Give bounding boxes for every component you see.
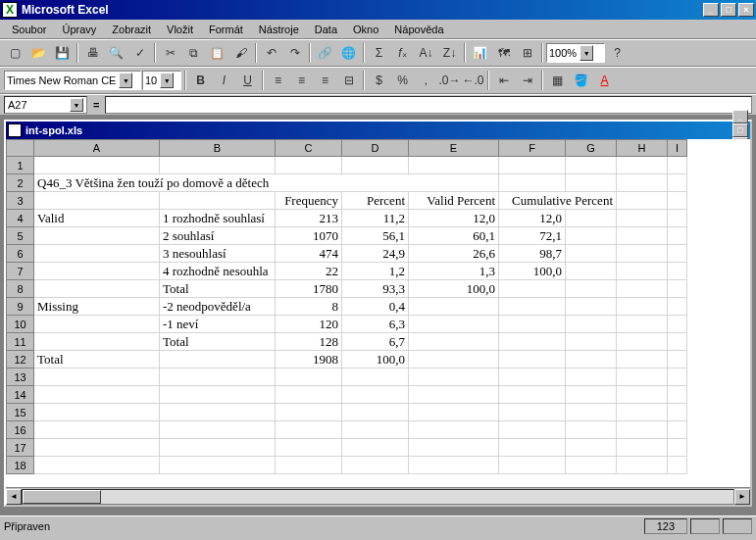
web-toolbar-icon[interactable]: 🌐 — [337, 42, 360, 64]
cell-C8[interactable]: 1780 — [276, 280, 342, 298]
cell-B18[interactable] — [160, 457, 276, 474]
cell-A14[interactable] — [34, 386, 160, 404]
sort-desc-icon[interactable]: Z↓ — [438, 42, 461, 64]
currency-icon[interactable]: $ — [368, 70, 390, 91]
cell-G12[interactable] — [566, 351, 617, 368]
menu-vlozit[interactable]: Vložit — [159, 22, 201, 37]
cell-A11[interactable] — [34, 333, 160, 351]
cell-F5[interactable]: 72,1 — [499, 227, 566, 245]
horizontal-scrollbar[interactable] — [22, 489, 734, 505]
scroll-thumb[interactable] — [23, 490, 101, 504]
cell-G10[interactable] — [566, 316, 617, 333]
cell-G6[interactable] — [566, 245, 617, 263]
font-combo[interactable]: Times New Roman CE▼ — [4, 71, 141, 90]
cell-B3[interactable] — [160, 192, 276, 210]
cell-D14[interactable] — [342, 386, 409, 404]
inc-decimal-icon[interactable]: .0→ — [438, 70, 461, 91]
comma-icon[interactable]: , — [415, 70, 437, 91]
cell-H1[interactable] — [617, 157, 668, 174]
cell-H12[interactable] — [617, 351, 668, 368]
chevron-down-icon[interactable]: ▼ — [70, 98, 83, 112]
menu-okno[interactable]: Okno — [345, 22, 386, 37]
cell-G11[interactable] — [566, 333, 617, 351]
formula-input[interactable] — [105, 96, 752, 114]
menu-soubor[interactable]: Soubor — [4, 22, 54, 37]
bold-icon[interactable]: B — [189, 70, 212, 91]
cell-H9[interactable] — [617, 298, 668, 316]
dec-decimal-icon[interactable]: ←.0 — [462, 70, 484, 91]
save-icon[interactable]: 💾 — [51, 42, 74, 64]
align-right-icon[interactable]: ≡ — [314, 70, 336, 91]
cell-G15[interactable] — [566, 404, 617, 421]
cell-H16[interactable] — [617, 421, 668, 439]
row-header-11[interactable]: 11 — [7, 333, 34, 351]
cell-I14[interactable] — [668, 386, 687, 404]
row-header-9[interactable]: 9 — [7, 298, 34, 316]
cell-I11[interactable] — [668, 333, 687, 351]
cell-H14[interactable] — [617, 386, 668, 404]
cell-E7[interactable]: 1,3 — [409, 263, 499, 280]
select-all-corner[interactable] — [7, 140, 34, 157]
cell-G5[interactable] — [566, 227, 617, 245]
autosum-icon[interactable]: Σ — [368, 42, 390, 64]
column-header-B[interactable]: B — [160, 140, 276, 157]
row-header-14[interactable]: 14 — [7, 386, 34, 404]
cell-I8[interactable] — [668, 280, 687, 298]
cell-F12[interactable] — [499, 351, 566, 368]
maximize-button[interactable]: □ — [721, 3, 736, 17]
menu-format[interactable]: Formát — [201, 22, 251, 37]
cell-D12[interactable]: 100,0 — [342, 351, 409, 368]
menu-zobrazit[interactable]: Zobrazit — [104, 22, 159, 37]
italic-icon[interactable]: I — [213, 70, 235, 91]
row-header-17[interactable]: 17 — [7, 439, 34, 457]
row-header-2[interactable]: 2 — [7, 174, 34, 192]
cell-G14[interactable] — [566, 386, 617, 404]
cell-E12[interactable] — [409, 351, 499, 368]
cell-C12[interactable]: 1908 — [276, 351, 342, 368]
cell-F4[interactable]: 12,0 — [499, 210, 566, 227]
cell-H3[interactable] — [617, 192, 668, 210]
inc-indent-icon[interactable]: ⇥ — [516, 70, 538, 91]
cell-H18[interactable] — [617, 457, 668, 474]
cell-G13[interactable] — [566, 368, 617, 386]
cell-F10[interactable] — [499, 316, 566, 333]
cell-D3[interactable]: Percent — [342, 192, 409, 210]
cell-I2[interactable] — [668, 174, 687, 192]
preview-icon[interactable]: 🔍 — [105, 42, 127, 64]
cell-I7[interactable] — [668, 263, 687, 280]
cell-H4[interactable] — [617, 210, 668, 227]
merge-icon[interactable]: ⊟ — [337, 70, 360, 91]
borders-icon[interactable]: ▦ — [546, 70, 569, 91]
function-icon[interactable]: fₓ — [391, 42, 414, 64]
cell-A3[interactable] — [34, 192, 160, 210]
column-header-F[interactable]: F — [499, 140, 566, 157]
cell-F6[interactable]: 98,7 — [499, 245, 566, 263]
cell-H5[interactable] — [617, 227, 668, 245]
cell-A5[interactable] — [34, 227, 160, 245]
cell-G16[interactable] — [566, 421, 617, 439]
dec-indent-icon[interactable]: ⇤ — [492, 70, 515, 91]
cell-D9[interactable]: 0,4 — [342, 298, 409, 316]
cell-A10[interactable] — [34, 316, 160, 333]
cell-B5[interactable]: 2 souhlasí — [160, 227, 276, 245]
fill-color-icon[interactable]: 🪣 — [570, 70, 592, 91]
worksheet-grid[interactable]: ABCDEFGHI12Q46_3 Většina žen touží po do… — [6, 139, 750, 487]
cell-C15[interactable] — [276, 404, 342, 421]
cell-I9[interactable] — [668, 298, 687, 316]
cell-E18[interactable] — [409, 457, 499, 474]
cell-D6[interactable]: 24,9 — [342, 245, 409, 263]
menu-nastroje[interactable]: Nástroje — [251, 22, 307, 37]
cell-F13[interactable] — [499, 368, 566, 386]
cell-D5[interactable]: 56,1 — [342, 227, 409, 245]
cell-I4[interactable] — [668, 210, 687, 227]
cell-A8[interactable] — [34, 280, 160, 298]
cell-E14[interactable] — [409, 386, 499, 404]
cell-H17[interactable] — [617, 439, 668, 457]
cell-A13[interactable] — [34, 368, 160, 386]
cell-F17[interactable] — [499, 439, 566, 457]
cell-E10[interactable] — [409, 316, 499, 333]
row-header-5[interactable]: 5 — [7, 227, 34, 245]
cell-I1[interactable] — [668, 157, 687, 174]
close-button[interactable]: × — [738, 3, 754, 17]
row-header-12[interactable]: 12 — [7, 351, 34, 368]
